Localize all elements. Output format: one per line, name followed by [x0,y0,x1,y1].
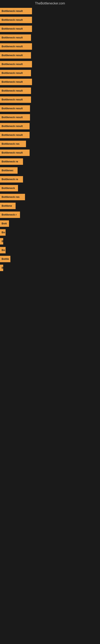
list-item: Bottleneck result [0,86,100,95]
list-item: Bottleneck result [0,148,100,157]
list-item: Bottleneck result [0,60,100,68]
list-item: Bottlenec [0,166,100,175]
list-item: Bottleneck result [0,69,100,77]
list-item: Bo [0,228,100,237]
bottleneck-result-label: Bottleneck result [0,52,31,58]
bottleneck-result-label: Bottleneck result [0,17,32,23]
bottleneck-result-label: Bottleneck re [0,158,23,165]
bottleneck-result-label: Bottleneck r [0,212,20,218]
bottleneck-result-label: Bottlenec [0,167,18,174]
bottleneck-result-label: Bottleneck result [0,70,31,76]
bottleneck-result-label: Bottleneck result [0,79,32,85]
list-item: Bottleneck result [0,42,100,51]
bottleneck-result-label: B [0,265,3,271]
bottleneck-result-label: Bottleneck res [0,194,25,200]
list-item: B [0,264,100,272]
site-header: TheBottlenecker.com [0,0,100,6]
list-item: Bottleneck result [0,113,100,122]
bottleneck-result-label: Bottleneck result [0,123,30,130]
bottleneck-result-label: Bottleneck result [0,34,31,41]
items-container: Bottleneck resultBottleneck resultBottle… [0,6,100,272]
list-item: Bottleneck re [0,175,100,184]
bottleneck-result-label: Bottleneck result [0,105,30,112]
list-item: Bottleneck r [0,210,100,219]
bottleneck-result-label: Bottleneck result [0,150,30,156]
list-item: Bottleneck result [0,7,100,15]
list-item: Bottleneck re [0,158,100,166]
list-item: Bottleneck [0,184,100,192]
bottleneck-result-label: Bottleneck result [0,96,31,103]
bottleneck-result-label: B [0,238,3,244]
list-item: Bottlene [0,202,100,210]
bottleneck-result-label: Bottleneck re [0,176,23,182]
bottleneck-result-label: Bo [0,247,6,253]
list-item: Bott [0,219,100,228]
list-item: Bo [0,246,100,254]
bottleneck-result-label: Bottleneck result [0,132,30,138]
list-item: Bottleneck result [0,16,100,24]
list-item: Bottleneck result [0,122,100,130]
bottleneck-result-label: Bott [0,220,9,227]
bottleneck-result-label: Bo [0,229,6,236]
list-item: Bottleneck result [0,34,100,42]
bottleneck-result-label: Bottleneck result [0,114,30,120]
list-item: Bottleneck res [0,140,100,148]
list-item: Bottleneck result [0,131,100,139]
list-item: Bottle [0,255,100,263]
list-item: Bottleneck result [0,24,100,33]
bottleneck-result-label: Bottlene [0,203,16,209]
bottleneck-result-label: Bottleneck result [0,61,32,68]
list-item: Bottleneck result [0,96,100,104]
list-item: Bottleneck res [0,193,100,201]
bottleneck-result-label: Bottleneck [0,185,18,192]
bottleneck-result-label: Bottleneck result [0,43,32,50]
bottleneck-result-label: Bottleneck result [0,26,32,32]
bottleneck-result-label: Bottleneck result [0,88,31,94]
list-item: Bottleneck result [0,78,100,86]
list-item: B [0,237,100,246]
bottleneck-result-label: Bottleneck result [0,8,32,14]
bottleneck-result-label: Bottleneck res [0,141,26,147]
list-item: Bottleneck result [0,51,100,60]
site-title: TheBottlenecker.com [0,0,100,6]
bottleneck-result-label: Bottle [0,256,10,262]
list-item: Bottleneck result [0,104,100,113]
